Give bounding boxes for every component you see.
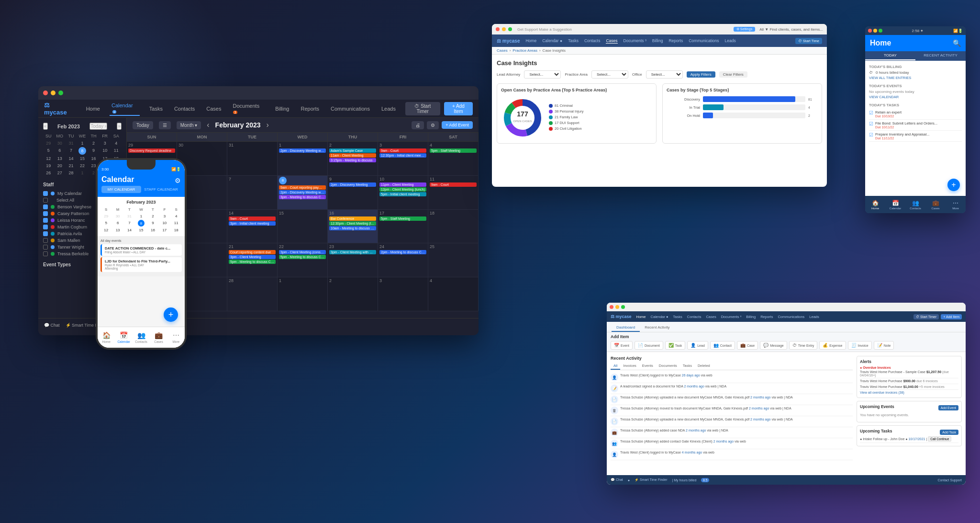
staff-checkbox-benson[interactable]: [43, 205, 48, 209]
phone-filter-icon[interactable]: ⚙: [175, 177, 181, 184]
dw-filter-deleted[interactable]: Deleted: [695, 363, 713, 370]
list-view-btn[interactable]: ☰: [159, 121, 171, 129]
cal-cell-feb10[interactable]: 10 11pm - Client Meeting 12pm - Client M…: [378, 176, 428, 210]
ci-nav-cases[interactable]: Cases: [606, 38, 617, 44]
dw-add-task[interactable]: ✅Task: [665, 341, 685, 350]
dw-tab-dashboard[interactable]: Dashboard: [612, 324, 640, 332]
nav-communications[interactable]: Communications: [329, 105, 372, 113]
dw-add-document[interactable]: 📄Document: [635, 341, 663, 350]
cal-cell-feb22[interactable]: 22 3pm - Client Meeting (consultation) 5…: [278, 243, 328, 277]
ci-nav-leads[interactable]: Leads: [725, 38, 736, 43]
cal-cell-feb25[interactable]: 25: [428, 243, 479, 277]
hp-nav-cases[interactable]: 💼 Cases: [925, 200, 946, 210]
cal-cell-feb14[interactable]: 14 9am - Court 3pm - Initial client meet…: [227, 210, 278, 244]
dw-add-note[interactable]: 📝Note: [874, 341, 894, 350]
phone-event-ljd[interactable]: LJD for Defendant to File Third-Party...…: [100, 257, 182, 272]
start-timer-ci[interactable]: ⏱ Start Time: [795, 38, 822, 44]
dw-nav-communications[interactable]: Communications: [778, 315, 804, 319]
cal-cell-feb2[interactable]: 2 Adam's Sample Case 11am - Client Meeti…: [328, 142, 378, 176]
ci-close[interactable]: [496, 27, 500, 31]
dw-add-event[interactable]: 📅Event: [611, 341, 633, 350]
dw-filter-all[interactable]: All: [611, 363, 620, 370]
staff-checkbox-select-all[interactable]: [43, 198, 48, 203]
cal-cell-feb8[interactable]: 8 9am - Court reporting payment due 2pm …: [278, 176, 328, 210]
phone-nav-calendar[interactable]: 📅 Calendar: [115, 331, 132, 343]
cal-cell-feb28[interactable]: 28: [227, 277, 278, 311]
prev-month-btn[interactable]: ‹: [207, 121, 209, 129]
cal-cell-feb7[interactable]: 7: [227, 176, 278, 210]
add-event-btn[interactable]: + Add Event: [442, 121, 473, 129]
chat-btn[interactable]: 💬 Chat: [44, 323, 60, 328]
dw-view-overdue-link[interactable]: View all overdue invoices (38): [860, 391, 904, 394]
ci-nav-tasks[interactable]: Tasks: [568, 38, 579, 43]
staff-checkbox-tanner[interactable]: [43, 245, 48, 250]
clear-filters-btn[interactable]: Clear Filters: [719, 71, 747, 78]
cal-cell-feb15[interactable]: 15: [278, 210, 328, 244]
nav-reports[interactable]: Reports: [299, 105, 321, 113]
cal-cell-mar3[interactable]: 3: [378, 277, 428, 311]
hp-nav-calendar[interactable]: 📅 Calendar: [885, 200, 905, 210]
nav-billing[interactable]: Billing: [273, 105, 291, 113]
cal-cell-mar4[interactable]: 4: [428, 277, 479, 311]
ci-minimize[interactable]: [502, 27, 506, 31]
staff-checkbox-casey[interactable]: [43, 211, 48, 216]
phone-tab-staff-calendar[interactable]: STAFF CALENDAR: [141, 186, 181, 193]
cal-cell-mar2[interactable]: 2: [328, 277, 378, 311]
next-month-btn[interactable]: ›: [267, 121, 269, 129]
cal-cell-feb21[interactable]: 21 Court reporting content due 3pm - Cli…: [227, 243, 278, 277]
dw-contact-support[interactable]: Contact Support: [937, 478, 962, 482]
cal-cell-feb1[interactable]: 1 2pm - Discovery Meeting with Client: [278, 142, 328, 176]
cal-cell-feb3[interactable]: 3 9am - Court 12:30pm - Initial client m…: [378, 142, 428, 176]
phone-nav-contacts[interactable]: 👥 Contacts: [133, 331, 150, 343]
minimize-btn[interactable]: [51, 91, 56, 95]
apply-filters-btn[interactable]: Apply Filters: [687, 71, 715, 78]
hp-minimize[interactable]: [873, 29, 877, 33]
dw-nav-tasks[interactable]: Tasks: [673, 315, 682, 319]
nav-documents[interactable]: Documents 3: [231, 102, 266, 115]
today-btn[interactable]: Today: [133, 121, 153, 129]
dw-add-case[interactable]: 💼Case: [737, 341, 758, 350]
staff-checkbox-martin[interactable]: [43, 225, 48, 229]
dw-nav-leads[interactable]: Leads: [809, 315, 819, 319]
dw-nav-home[interactable]: Home: [636, 315, 646, 319]
cal-cell-feb23[interactable]: 23 3pm - Client Meeting with Clien: [328, 243, 378, 277]
hp-tab-today[interactable]: TODAY: [865, 51, 915, 60]
dw-bb-smart-time[interactable]: ⚡ Smart Time Finder: [635, 478, 668, 482]
dw-nav-billing[interactable]: Billing: [746, 315, 756, 319]
staff-checkbox-tressa[interactable]: [43, 251, 48, 256]
hp-view-calendar[interactable]: VIEW CALENDAR: [869, 95, 962, 99]
dw-nav-documents[interactable]: Documents ³: [721, 315, 742, 319]
nav-tasks[interactable]: Tasks: [147, 105, 165, 113]
hp-fullscreen[interactable]: [879, 29, 882, 33]
hp-nav-home[interactable]: 🏠 Home: [865, 200, 885, 210]
ci-nav-reports[interactable]: Reports: [668, 38, 683, 43]
cal-cell-feb9[interactable]: 9 2pm - Discovery Meeting: [328, 176, 378, 210]
cal-cell-feb18[interactable]: 18: [428, 210, 479, 244]
hp-view-all-time-entries[interactable]: VIEW ALL TIME ENTRIES: [869, 76, 962, 80]
add-item-btn[interactable]: + Add Item: [444, 102, 473, 115]
sync-btn[interactable]: ⚙: [427, 121, 439, 129]
dw-bb-chat[interactable]: 💬 Chat: [611, 478, 623, 482]
staff-checkbox-sam[interactable]: [43, 238, 48, 243]
dw-add-contact[interactable]: 👥Contact: [710, 341, 735, 350]
cal-cell-feb11[interactable]: 11 9am - Court: [428, 176, 479, 210]
dw-fullscreen[interactable]: [621, 305, 625, 309]
phone-nav-more[interactable]: ⋯ More: [167, 331, 185, 343]
cal-cell-mar1[interactable]: 1: [278, 277, 328, 311]
dw-nav-calendar[interactable]: Calendar ●: [651, 315, 668, 319]
phone-event-date-action[interactable]: DATE ACTION COMMENCED - date c... Filing…: [100, 244, 182, 256]
month-view-btn[interactable]: Month ▾: [177, 121, 201, 129]
ci-fullscreen[interactable]: [508, 27, 512, 31]
staff-checkbox-my-calendar[interactable]: [43, 191, 48, 196]
dw-add-item-btn[interactable]: + Add Item: [941, 314, 962, 319]
dw-add-time-entry[interactable]: ⏱Time Entry: [789, 341, 818, 350]
dw-add-invoice[interactable]: 🧾Invoice: [848, 341, 872, 350]
staff-checkbox-patricia[interactable]: [43, 231, 48, 236]
phone-tab-my-calendar[interactable]: MY CALENDAR: [101, 186, 141, 193]
dw-nav-contacts[interactable]: Contacts: [687, 315, 702, 319]
dw-add-expense[interactable]: 💰Expense: [819, 341, 846, 350]
mini-cal-today[interactable]: Today ›: [89, 123, 107, 130]
hp-search-icon[interactable]: 🔍: [953, 39, 961, 47]
ci-nav-documents[interactable]: Documents ³: [624, 38, 646, 43]
hp-nav-more[interactable]: ⋯ More: [946, 200, 966, 210]
